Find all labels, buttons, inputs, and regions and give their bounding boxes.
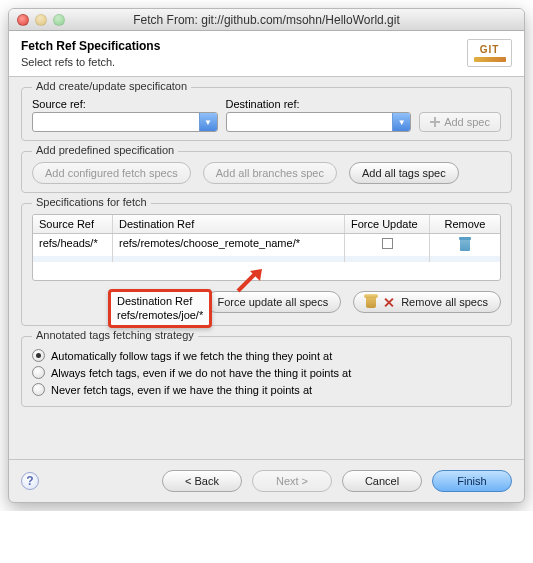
window-controls [17, 14, 65, 26]
help-icon[interactable]: ? [21, 472, 39, 490]
group-tags-strategy: Annotated tags fetching strategy Automat… [21, 336, 512, 407]
btn-label: Add all branches spec [216, 167, 324, 179]
btn-label: Cancel [365, 475, 399, 487]
cell-force[interactable] [345, 234, 430, 256]
group-legend: Add predefined specification [32, 144, 178, 156]
cancel-button[interactable]: Cancel [342, 470, 422, 492]
finish-button[interactable]: Finish [432, 470, 512, 492]
btn-label: Add all tags spec [362, 167, 446, 179]
cell-remove[interactable] [430, 234, 500, 256]
page-title: Fetch Ref Specifications [21, 39, 457, 53]
btn-label: Add configured fetch specs [45, 167, 178, 179]
callout-label: Destination Ref [117, 294, 203, 308]
group-predefined: Add predefined specification Add configu… [21, 151, 512, 193]
add-spec-button: Add spec [419, 112, 501, 132]
plus-icon [430, 117, 440, 127]
radio-label: Always fetch tags, even if we do not hav… [51, 367, 351, 379]
remove-icon [383, 297, 394, 308]
annotation-callout: Destination Ref refs/remotes/joe/* [108, 289, 212, 328]
back-button[interactable]: < Back [162, 470, 242, 492]
force-update-all-button[interactable]: Force update all specs [205, 291, 342, 313]
group-legend: Annotated tags fetching strategy [32, 329, 198, 341]
wizard-header: Fetch Ref Specifications Select refs to … [9, 31, 524, 77]
dest-ref-value[interactable] [227, 113, 393, 131]
col-remove[interactable]: Remove [430, 215, 500, 233]
wizard-footer: ? < Back Next > Cancel Finish [9, 459, 524, 502]
cell-source[interactable]: refs/heads/* [33, 234, 113, 256]
radio-auto-follow[interactable]: Automatically follow tags if we fetch th… [32, 347, 501, 364]
source-ref-value[interactable] [33, 113, 199, 131]
col-dest[interactable]: Destination Ref [113, 215, 345, 233]
add-spec-label: Add spec [444, 116, 490, 128]
radio-icon[interactable] [32, 349, 45, 362]
table-body: refs/heads/* refs/remotes/choose_remote_… [33, 234, 500, 280]
btn-label: Finish [457, 475, 486, 487]
group-specs: Specifications for fetch Source Ref Dest… [21, 203, 512, 326]
titlebar: Fetch From: git://github.com/msohn/Hello… [9, 9, 524, 31]
dest-ref-label: Destination ref: [226, 98, 412, 110]
source-ref-combo[interactable]: ▼ [32, 112, 218, 132]
col-force[interactable]: Force Update [345, 215, 430, 233]
radio-icon[interactable] [32, 383, 45, 396]
callout-value: refs/remotes/joe/* [117, 308, 203, 322]
dialog-window: Fetch From: git://github.com/msohn/Hello… [8, 8, 525, 503]
radio-label: Never fetch tags, even if we have the th… [51, 384, 312, 396]
add-all-branches-button: Add all branches spec [203, 162, 337, 184]
table-header: Source Ref Destination Ref Force Update … [33, 215, 500, 234]
add-all-tags-button[interactable]: Add all tags spec [349, 162, 459, 184]
radio-always-fetch[interactable]: Always fetch tags, even if we do not hav… [32, 364, 501, 381]
chevron-down-icon[interactable]: ▼ [199, 113, 217, 131]
col-source[interactable]: Source Ref [33, 215, 113, 233]
remove-all-specs-button[interactable]: Remove all specs [353, 291, 501, 313]
radio-icon[interactable] [32, 366, 45, 379]
window-title: Fetch From: git://github.com/msohn/Hello… [17, 13, 516, 27]
database-icon [366, 296, 376, 308]
page-subtitle: Select refs to fetch. [21, 56, 457, 68]
trash-icon[interactable] [459, 237, 471, 251]
next-button: Next > [252, 470, 332, 492]
checkbox-icon[interactable] [382, 238, 393, 249]
git-logo-text: GIT [480, 44, 500, 55]
group-create-spec: Add create/update specificaton Source re… [21, 87, 512, 141]
git-logo-icon: GIT [467, 39, 512, 67]
radio-label: Automatically follow tags if we fetch th… [51, 350, 332, 362]
group-legend: Add create/update specificaton [32, 80, 191, 92]
group-legend: Specifications for fetch [32, 196, 151, 208]
table-row [33, 256, 500, 262]
close-icon[interactable] [17, 14, 29, 26]
btn-label: Force update all specs [218, 296, 329, 308]
btn-label: < Back [185, 475, 219, 487]
minimize-icon [35, 14, 47, 26]
zoom-icon [53, 14, 65, 26]
radio-never-fetch[interactable]: Never fetch tags, even if we have the th… [32, 381, 501, 398]
btn-label: Remove all specs [401, 296, 488, 308]
dest-ref-combo[interactable]: ▼ [226, 112, 412, 132]
add-configured-fetch-button: Add configured fetch specs [32, 162, 191, 184]
chevron-down-icon[interactable]: ▼ [392, 113, 410, 131]
wizard-content: Add create/update specificaton Source re… [9, 77, 524, 459]
cell-dest[interactable]: refs/remotes/choose_remote_name/* [113, 234, 345, 256]
btn-label: Next > [276, 475, 308, 487]
table-row[interactable]: refs/heads/* refs/remotes/choose_remote_… [33, 234, 500, 256]
source-ref-label: Source ref: [32, 98, 218, 110]
specs-table: Source Ref Destination Ref Force Update … [32, 214, 501, 281]
